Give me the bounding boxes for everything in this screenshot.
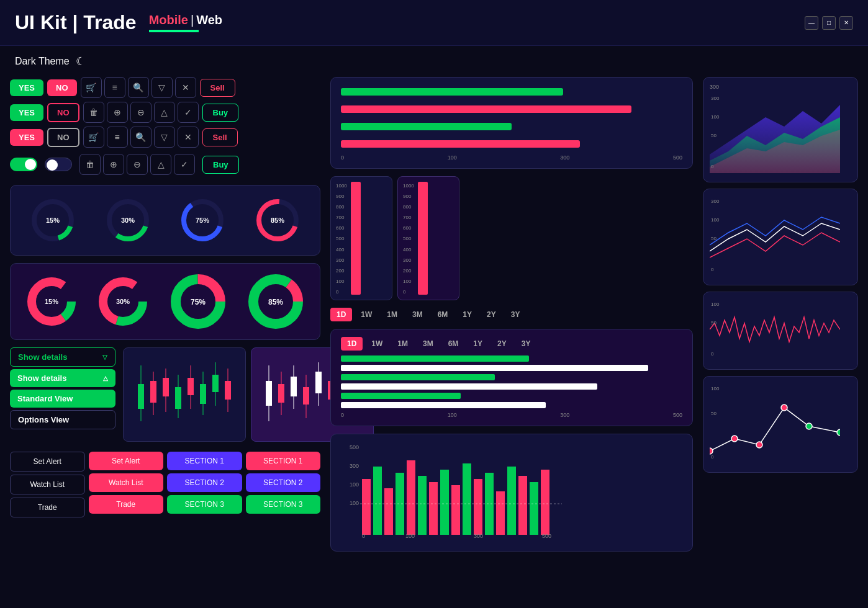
trash-icon-2[interactable]: 🗑	[79, 154, 101, 175]
yes-button-2[interactable]: YES	[10, 104, 43, 121]
minus-icon-1[interactable]: ⊖	[130, 102, 151, 123]
sell-button-1[interactable]: Sell	[200, 79, 235, 97]
time-3m-button-2[interactable]: 3M	[417, 337, 440, 351]
no-button-3[interactable]: NO	[47, 128, 79, 147]
vbar-chart-2: 1000 900 800 700 600 500 400 300 200 100…	[397, 176, 459, 300]
svg-text:300: 300	[350, 463, 359, 469]
chevron-down-icon-1[interactable]: ▽	[151, 77, 173, 98]
hbar2-white-2	[341, 383, 597, 390]
svg-text:500: 500	[350, 444, 359, 450]
hbar-item-1	[341, 88, 682, 96]
time-3y-button-1[interactable]: 3Y	[505, 308, 527, 321]
time-1m-button-1[interactable]: 1M	[381, 308, 404, 321]
time-1y-button-1[interactable]: 1Y	[456, 308, 478, 321]
svg-rect-70	[474, 479, 482, 535]
minus-icon-2[interactable]: ⊖	[127, 154, 148, 175]
header: UI Kit | Trade Mobile | Web — □ ✕	[0, 0, 868, 46]
time-3m-button-1[interactable]: 3M	[406, 308, 429, 321]
svg-rect-27	[150, 381, 156, 403]
hbar-chart-1: 0 100 300 500	[330, 77, 693, 169]
svg-point-96	[781, 405, 787, 411]
close-icon-1[interactable]: ✕	[175, 77, 196, 98]
no-button-2[interactable]: NO	[47, 103, 79, 122]
time-1y-button-2[interactable]: 1Y	[467, 337, 489, 351]
time-6m-button-1[interactable]: 6M	[432, 308, 454, 321]
minimize-button[interactable]: —	[805, 16, 818, 30]
trade-button-1[interactable]: Trade	[10, 498, 85, 517]
plus-icon-2[interactable]: ⊕	[103, 154, 124, 175]
search-icon-2[interactable]: 🔍	[130, 127, 151, 148]
time-2y-button-2[interactable]: 2Y	[491, 337, 513, 351]
show-details-button-1[interactable]: Show details ▽	[10, 347, 115, 367]
svg-rect-73	[507, 467, 516, 535]
time-3y-button-2[interactable]: 3Y	[515, 337, 537, 351]
trade-button-2[interactable]: Trade	[89, 495, 164, 514]
set-alert-button-1[interactable]: Set Alert	[10, 452, 85, 472]
donut-row-2: 15% 30% 75%	[20, 274, 310, 329]
large-bar-chart: 500 300 100 100	[330, 434, 693, 552]
action-col-4: SECTION 1 SECTION 2 SECTION 3	[246, 452, 321, 517]
cart-icon-1[interactable]: 🛒	[81, 77, 102, 98]
section1-button-2[interactable]: SECTION 1	[246, 452, 321, 470]
action-buttons: Set Alert Watch List Trade Set Alert Wat…	[10, 449, 320, 517]
check-icon-2[interactable]: ✓	[174, 154, 195, 175]
section1-button-1[interactable]: SECTION 1	[167, 452, 242, 470]
set-alert-button-2[interactable]: Set Alert	[89, 452, 164, 470]
svg-point-97	[806, 423, 812, 429]
section3-button-2[interactable]: SECTION 3	[246, 495, 321, 514]
yes-button-3[interactable]: YES	[10, 129, 43, 146]
time-1d-button-1[interactable]: 1D	[330, 308, 352, 321]
maximize-button[interactable]: □	[822, 16, 836, 30]
close-icon-2[interactable]: ✕	[178, 127, 199, 148]
buy-button-1[interactable]: Buy	[202, 104, 239, 122]
no-button-1[interactable]: NO	[47, 79, 77, 96]
time-1m-button-2[interactable]: 1M	[391, 337, 414, 351]
close-button[interactable]: ✕	[839, 16, 853, 30]
trash-icon-1[interactable]: 🗑	[83, 102, 104, 123]
svg-rect-31	[175, 387, 181, 409]
chevron-up-icon-1[interactable]: △	[154, 102, 175, 123]
cart-icon-2[interactable]: 🛒	[83, 127, 104, 148]
section3-button-1[interactable]: SECTION 3	[167, 495, 242, 514]
options-view-button[interactable]: Options View	[10, 410, 115, 429]
chevron-up-icon-dd2: △	[103, 375, 108, 382]
section2-button-1[interactable]: SECTION 2	[167, 473, 242, 492]
vertical-bars-section: 1000 900 800 700 600 500 400 300 200 100…	[330, 176, 693, 300]
search-icon-1[interactable]: 🔍	[128, 77, 149, 98]
watch-list-button-1[interactable]: Watch List	[10, 475, 85, 494]
time-filter-1: 1D 1W 1M 3M 6M 1Y 2Y 3Y	[330, 308, 693, 321]
watch-list-button-2[interactable]: Watch List	[89, 473, 164, 492]
time-1d-button-2[interactable]: 1D	[341, 337, 363, 351]
svg-point-98	[837, 429, 840, 436]
standard-view-button[interactable]: Standard View	[10, 390, 115, 408]
time-6m-button-2[interactable]: 6M	[442, 337, 465, 351]
list-icon-1[interactable]: ≡	[104, 77, 125, 98]
donut-2: 30%	[103, 195, 153, 245]
check-icon-1[interactable]: ✓	[178, 102, 199, 123]
vbar-bar-1	[351, 182, 361, 295]
list-icon-2[interactable]: ≡	[107, 127, 128, 148]
sell-button-2[interactable]: Sell	[202, 128, 238, 146]
hbar-green-2	[341, 123, 512, 130]
vbar-labels-2: 1000 900 800 700 600 500 400 300 200 100…	[403, 183, 414, 295]
section2-button-2[interactable]: SECTION 2	[246, 473, 321, 492]
time-1w-button-2[interactable]: 1W	[365, 337, 389, 351]
toggle-2[interactable]	[45, 158, 72, 171]
hbar2-white-3	[341, 402, 546, 408]
yes-button-1[interactable]: YES	[10, 79, 43, 96]
toggle-1[interactable]	[10, 158, 37, 171]
donut-filled-1: 15%	[27, 277, 76, 326]
buy-button-2[interactable]: Buy	[202, 156, 239, 174]
plus-icon-1[interactable]: ⊕	[107, 102, 128, 123]
time-2y-button-1[interactable]: 2Y	[481, 308, 502, 321]
chevron-up-icon-2[interactable]: △	[150, 154, 171, 175]
time-1w-button-1[interactable]: 1W	[355, 308, 378, 321]
svg-text:15%: 15%	[45, 298, 58, 305]
time-filter-2: 1D 1W 1M 3M 6M 1Y 2Y 3Y	[341, 337, 682, 351]
chevron-down-icon-2[interactable]: ▽	[154, 127, 175, 148]
bottom-section: Show details ▽ Show details △ Standard V…	[10, 347, 320, 442]
hbars-group-1	[341, 85, 682, 151]
show-details-button-2[interactable]: Show details △	[10, 369, 115, 387]
donut-filled-4: 85%	[248, 274, 304, 329]
vbar-bar-2	[418, 182, 428, 295]
